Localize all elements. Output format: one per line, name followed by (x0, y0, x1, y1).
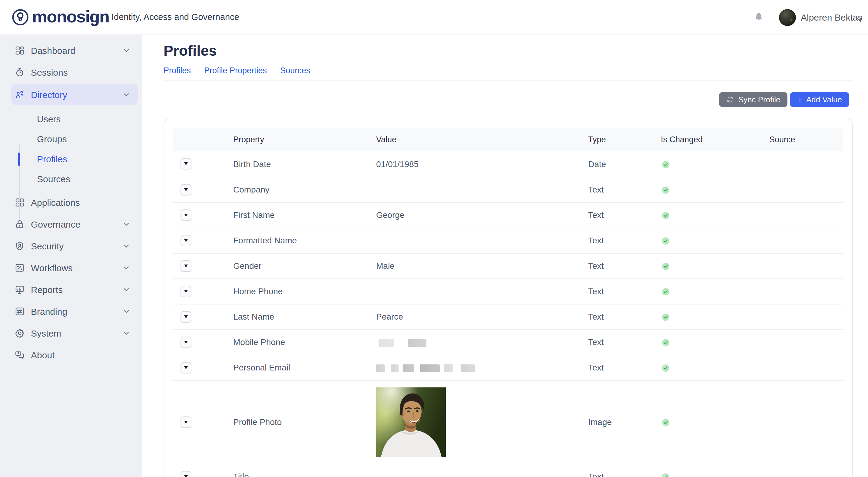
property-cell: Personal Email (233, 363, 376, 372)
is-changed-cell (661, 236, 769, 245)
check-icon (663, 366, 668, 371)
sidebar-item-workflows[interactable]: Workflows (11, 257, 138, 278)
caret-down-icon (184, 213, 188, 216)
caret-down-icon (184, 239, 188, 242)
user-avatar[interactable] (779, 9, 796, 26)
sidebar-item-branding[interactable]: Branding (11, 300, 138, 322)
type-cell: Text (588, 472, 661, 477)
check-badge (662, 288, 669, 296)
row-expand-button[interactable] (181, 471, 191, 477)
sidebar-item-label: Directory (31, 89, 117, 100)
sync-profile-button[interactable]: Sync Profile (719, 92, 788, 107)
expand-cell (173, 235, 233, 246)
type-cell: Text (588, 363, 661, 372)
value-cell: George (376, 210, 588, 220)
sidebar-item-label: System (31, 328, 117, 338)
chevron-down-icon (123, 242, 130, 249)
is-changed-cell (661, 337, 769, 347)
property-cell: Birth Date (233, 159, 376, 169)
table-row-company: Company Text (173, 176, 843, 202)
type-cell: Text (588, 312, 661, 321)
expand-cell (173, 471, 233, 477)
sidebar-item-directory[interactable]: Directory (11, 83, 138, 105)
tab-bar: ProfilesProfile PropertiesSources (163, 65, 868, 77)
property-cell: Last Name (233, 312, 376, 321)
tab-profiles[interactable]: Profiles (163, 65, 191, 77)
check-icon (663, 188, 668, 193)
user-name[interactable]: Alperen Bektaş (801, 12, 862, 23)
sidebar-item-system[interactable]: System (11, 322, 138, 344)
tab-sources[interactable]: Sources (280, 65, 310, 77)
about-icon (14, 349, 25, 360)
table-row-gender: Gender Male Text (173, 253, 843, 278)
sidebar-subitem-label: Users (37, 114, 61, 124)
chevron-down-icon (123, 264, 130, 271)
row-expand-button[interactable] (181, 311, 191, 322)
type-cell: Text (588, 286, 661, 296)
type-cell: Text (588, 261, 661, 271)
redacted-value-block (403, 365, 414, 372)
caret-down-icon (184, 341, 188, 343)
value-cell (376, 337, 588, 347)
sidebar-item-sessions[interactable]: Sessions (11, 61, 138, 83)
expand-cell (173, 184, 233, 195)
sidebar-item-dashboard[interactable]: Dashboard (11, 39, 138, 61)
is-changed-cell (661, 363, 769, 372)
sessions-icon (14, 67, 25, 77)
row-expand-button[interactable] (181, 362, 191, 373)
sidebar-item-users[interactable]: Users (0, 109, 142, 129)
app-window: monosign Identity, Access and Governance… (0, 0, 868, 477)
monosign-logo-icon (11, 8, 29, 26)
row-expand-button[interactable] (181, 235, 191, 246)
expand-cell (173, 209, 233, 220)
type-cell: Image (588, 417, 661, 427)
chevron-down-icon (123, 91, 130, 98)
row-expand-button[interactable] (181, 184, 191, 195)
sidebar-item-reports[interactable]: Reports (11, 278, 138, 300)
caret-down-icon (184, 315, 188, 318)
check-icon (663, 289, 668, 294)
active-indicator-bar (18, 152, 20, 166)
table-row-birth-date: Birth Date 01/01/1985 Date (173, 151, 843, 176)
expand-cell (173, 336, 233, 348)
chevron-down-icon[interactable] (855, 14, 863, 26)
check-icon (663, 213, 668, 218)
sidebar-item-groups[interactable]: Groups (0, 129, 142, 149)
add-value-button[interactable]: + Add Value (790, 92, 849, 107)
table-row-mobile-phone: Mobile Phone Text (173, 329, 843, 354)
property-cell: Mobile Phone (233, 337, 376, 347)
applications-icon (14, 197, 25, 207)
row-expand-button[interactable] (181, 285, 191, 297)
sidebar-item-applications[interactable]: Applications (11, 191, 138, 213)
bell-icon[interactable] (753, 11, 764, 23)
type-cell: Text (588, 236, 661, 245)
table-row-profile-photo: Profile Photo (173, 380, 843, 464)
check-badge (662, 186, 669, 194)
sidebar-item-label: Workflows (31, 263, 117, 273)
row-expand-button[interactable] (181, 209, 191, 220)
sidebar-item-profiles[interactable]: Profiles (0, 149, 142, 169)
caret-down-icon (184, 188, 188, 191)
value-cell: Male (376, 261, 588, 271)
sidebar-item-security[interactable]: Security (11, 235, 138, 257)
is-changed-cell (661, 472, 769, 477)
check-icon (663, 420, 668, 425)
row-expand-button[interactable] (181, 336, 191, 348)
chevron-down-icon (123, 286, 130, 293)
caret-down-icon (184, 420, 188, 423)
header-property: Property (233, 135, 376, 144)
row-expand-button[interactable] (181, 260, 191, 272)
row-expand-button[interactable] (181, 158, 191, 170)
row-expand-button[interactable] (181, 416, 191, 428)
topbar: monosign Identity, Access and Governance… (0, 0, 868, 35)
sidebar-item-about[interactable]: About (11, 344, 138, 366)
reports-icon (14, 284, 25, 295)
header-type: Type (588, 135, 661, 144)
header-is-changed: Is Changed (661, 135, 769, 144)
chevron-down-icon (123, 220, 130, 227)
chevron-down-icon (123, 308, 130, 314)
check-badge (662, 212, 669, 219)
sidebar-item-sources[interactable]: Sources (0, 169, 142, 189)
sidebar-item-governance[interactable]: Governance (11, 213, 138, 235)
tab-profile-properties[interactable]: Profile Properties (204, 65, 267, 77)
